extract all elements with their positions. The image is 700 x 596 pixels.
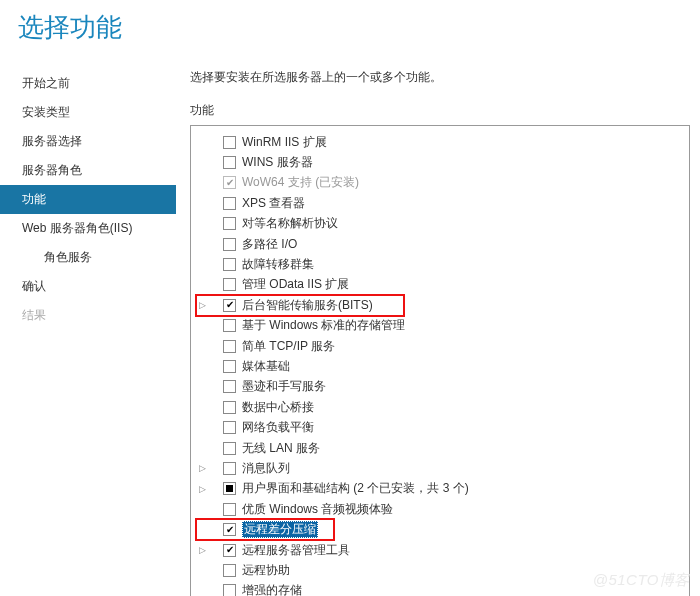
main-layout: 开始之前安装类型服务器选择服务器角色功能Web 服务器角色(IIS)角色服务确认… <box>0 63 700 596</box>
sidebar-item[interactable]: 服务器角色 <box>0 156 176 185</box>
feature-checkbox[interactable] <box>223 340 236 353</box>
feature-checkbox[interactable] <box>223 156 236 169</box>
features-tree[interactable]: WinRM IIS 扩展WINS 服务器WoW64 支持 (已安装)XPS 查看… <box>190 125 690 596</box>
feature-checkbox <box>223 176 236 189</box>
feature-label[interactable]: 消息队列 <box>242 460 290 477</box>
expand-icon[interactable]: ▷ <box>195 300 209 310</box>
feature-checkbox[interactable] <box>223 503 236 516</box>
expand-icon[interactable]: ▷ <box>195 545 209 555</box>
feature-checkbox[interactable] <box>223 442 236 455</box>
feature-label[interactable]: 基于 Windows 标准的存储管理 <box>242 317 405 334</box>
sidebar-item[interactable]: 功能 <box>0 185 176 214</box>
feature-checkbox[interactable] <box>223 421 236 434</box>
features-label: 功能 <box>190 102 690 119</box>
feature-label[interactable]: 简单 TCP/IP 服务 <box>242 338 335 355</box>
feature-label[interactable]: 媒体基础 <box>242 358 290 375</box>
feature-label[interactable]: 故障转移群集 <box>242 256 314 273</box>
feature-label[interactable]: 墨迹和手写服务 <box>242 378 326 395</box>
feature-checkbox[interactable] <box>223 299 236 312</box>
feature-label[interactable]: WINS 服务器 <box>242 154 313 171</box>
instruction-text: 选择要安装在所选服务器上的一个或多个功能。 <box>190 69 690 86</box>
feature-checkbox[interactable] <box>223 584 236 596</box>
feature-row[interactable]: WoW64 支持 (已安装) <box>195 173 685 193</box>
feature-row[interactable]: 简单 TCP/IP 服务 <box>195 336 685 356</box>
page-title: 选择功能 <box>0 0 700 63</box>
feature-label[interactable]: 远程协助 <box>242 562 290 579</box>
feature-row[interactable]: 优质 Windows 音频视频体验 <box>195 499 685 519</box>
feature-row[interactable]: WINS 服务器 <box>195 152 685 172</box>
feature-label[interactable]: 后台智能传输服务(BITS) <box>242 297 373 314</box>
feature-row[interactable]: 网络负载平衡 <box>195 417 685 437</box>
feature-checkbox[interactable] <box>223 482 236 495</box>
content-panel: 选择要安装在所选服务器上的一个或多个功能。 功能 WinRM IIS 扩展WIN… <box>176 63 700 596</box>
feature-label[interactable]: 对等名称解析协议 <box>242 215 338 232</box>
feature-row[interactable]: WinRM IIS 扩展 <box>195 132 685 152</box>
feature-row[interactable]: XPS 查看器 <box>195 193 685 213</box>
feature-checkbox[interactable] <box>223 278 236 291</box>
feature-label[interactable]: 管理 OData IIS 扩展 <box>242 276 349 293</box>
feature-row[interactable]: 远程差分压缩 <box>195 519 685 539</box>
feature-checkbox[interactable] <box>223 564 236 577</box>
feature-label[interactable]: 增强的存储 <box>242 582 302 596</box>
feature-row[interactable]: 对等名称解析协议 <box>195 214 685 234</box>
feature-row[interactable]: ▷后台智能传输服务(BITS) <box>195 295 685 315</box>
feature-row[interactable]: 无线 LAN 服务 <box>195 438 685 458</box>
feature-row[interactable]: 媒体基础 <box>195 356 685 376</box>
feature-checkbox[interactable] <box>223 238 236 251</box>
feature-row[interactable]: 墨迹和手写服务 <box>195 377 685 397</box>
feature-checkbox[interactable] <box>223 217 236 230</box>
sidebar-item: 结果 <box>0 301 176 330</box>
feature-label[interactable]: 远程服务器管理工具 <box>242 542 350 559</box>
feature-row[interactable]: 基于 Windows 标准的存储管理 <box>195 316 685 336</box>
feature-checkbox[interactable] <box>223 136 236 149</box>
feature-row[interactable]: 故障转移群集 <box>195 254 685 274</box>
feature-checkbox[interactable] <box>223 462 236 475</box>
wizard-sidebar: 开始之前安装类型服务器选择服务器角色功能Web 服务器角色(IIS)角色服务确认… <box>0 63 176 596</box>
sidebar-item[interactable]: 服务器选择 <box>0 127 176 156</box>
feature-checkbox[interactable] <box>223 258 236 271</box>
feature-label[interactable]: 多路径 I/O <box>242 236 297 253</box>
feature-checkbox[interactable] <box>223 197 236 210</box>
feature-row[interactable]: 数据中心桥接 <box>195 397 685 417</box>
feature-row[interactable]: ▷远程服务器管理工具 <box>195 540 685 560</box>
feature-checkbox[interactable] <box>223 523 236 536</box>
feature-row[interactable]: ▷消息队列 <box>195 458 685 478</box>
feature-label[interactable]: 优质 Windows 音频视频体验 <box>242 501 393 518</box>
feature-label[interactable]: XPS 查看器 <box>242 195 305 212</box>
watermark: @51CTO博客 <box>593 571 690 590</box>
feature-checkbox[interactable] <box>223 401 236 414</box>
feature-checkbox[interactable] <box>223 380 236 393</box>
feature-checkbox[interactable] <box>223 360 236 373</box>
feature-checkbox[interactable] <box>223 319 236 332</box>
feature-row[interactable]: 多路径 I/O <box>195 234 685 254</box>
feature-label[interactable]: WoW64 支持 (已安装) <box>242 174 359 191</box>
feature-label[interactable]: 网络负载平衡 <box>242 419 314 436</box>
sidebar-item[interactable]: Web 服务器角色(IIS) <box>0 214 176 243</box>
expand-icon[interactable]: ▷ <box>195 484 209 494</box>
expand-icon[interactable]: ▷ <box>195 463 209 473</box>
sidebar-item[interactable]: 开始之前 <box>0 69 176 98</box>
feature-label[interactable]: 数据中心桥接 <box>242 399 314 416</box>
feature-label[interactable]: 远程差分压缩 <box>242 521 318 538</box>
feature-label[interactable]: WinRM IIS 扩展 <box>242 134 327 151</box>
feature-row[interactable]: 管理 OData IIS 扩展 <box>195 275 685 295</box>
sidebar-item[interactable]: 确认 <box>0 272 176 301</box>
feature-checkbox[interactable] <box>223 544 236 557</box>
sidebar-item[interactable]: 安装类型 <box>0 98 176 127</box>
feature-label[interactable]: 无线 LAN 服务 <box>242 440 320 457</box>
feature-row[interactable]: ▷用户界面和基础结构 (2 个已安装，共 3 个) <box>195 479 685 499</box>
feature-label[interactable]: 用户界面和基础结构 (2 个已安装，共 3 个) <box>242 480 469 497</box>
sidebar-item[interactable]: 角色服务 <box>0 243 176 272</box>
